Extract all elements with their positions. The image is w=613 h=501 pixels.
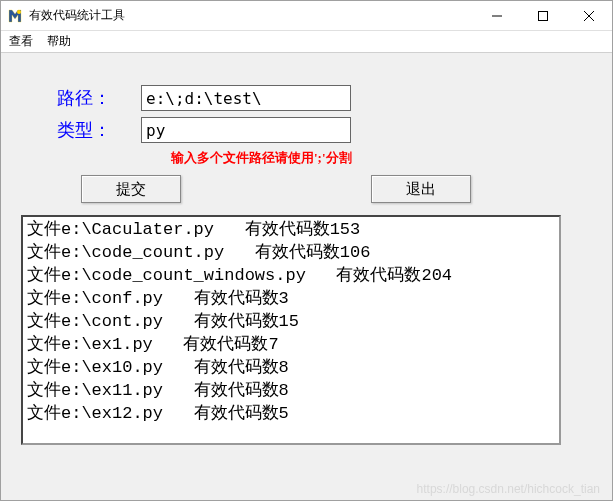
svg-rect-2 bbox=[539, 11, 548, 20]
menubar: 查看 帮助 bbox=[1, 31, 612, 53]
type-label: 类型： bbox=[21, 118, 141, 142]
path-label: 路径： bbox=[21, 86, 141, 110]
maximize-button[interactable] bbox=[520, 1, 566, 30]
type-row: 类型： bbox=[21, 117, 592, 143]
menu-view[interactable]: 查看 bbox=[9, 33, 33, 50]
submit-button[interactable]: 提交 bbox=[81, 175, 181, 203]
menu-help[interactable]: 帮助 bbox=[47, 33, 71, 50]
hint-text: 输入多个文件路径请使用';'分割 bbox=[171, 149, 592, 167]
titlebar: 有效代码统计工具 bbox=[1, 1, 612, 31]
type-input[interactable] bbox=[141, 117, 351, 143]
path-row: 路径： bbox=[21, 85, 592, 111]
maximize-icon bbox=[538, 11, 548, 21]
minimize-button[interactable] bbox=[474, 1, 520, 30]
minimize-icon bbox=[492, 11, 502, 21]
svg-point-0 bbox=[17, 10, 21, 14]
output-textarea[interactable]: 文件e:\Caculater.py 有效代码数153 文件e:\code_cou… bbox=[21, 215, 561, 445]
window-title: 有效代码统计工具 bbox=[29, 7, 474, 24]
content-area: 路径： 类型： 输入多个文件路径请使用';'分割 提交 退出 文件e:\Cacu… bbox=[1, 53, 612, 500]
watermark: https://blog.csdn.net/hichcock_tian bbox=[417, 482, 600, 496]
button-row: 提交 退出 bbox=[21, 175, 592, 203]
window-controls bbox=[474, 1, 612, 30]
close-button[interactable] bbox=[566, 1, 612, 30]
app-icon bbox=[7, 8, 23, 24]
path-input[interactable] bbox=[141, 85, 351, 111]
close-icon bbox=[584, 11, 594, 21]
exit-button[interactable]: 退出 bbox=[371, 175, 471, 203]
app-window: 有效代码统计工具 查看 帮助 路径： 类型： 输入多个文件路径请使用';'分割 bbox=[0, 0, 613, 501]
